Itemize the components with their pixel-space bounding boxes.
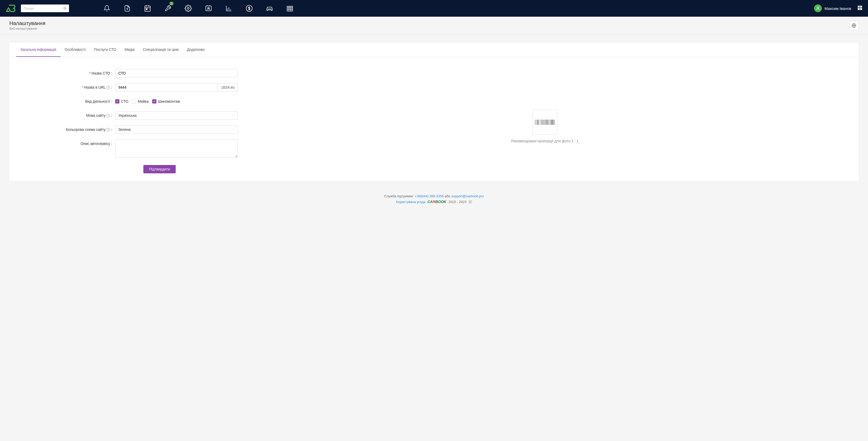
checkbox-label: Мийка [137,99,149,103]
svg-point-9 [187,7,189,9]
checkbox-label: Шиномонтаж [158,99,180,103]
row-name: *Назва СТО : [16,69,238,77]
search-button[interactable] [62,5,68,12]
checkbox-tire[interactable]: Шиномонтаж [152,99,180,103]
form-right: Рекомендовані пропорції для фото 2 : 1 [238,69,852,173]
row-activity: Вид діяльності : СТО Мийка [16,97,238,105]
row-scheme: Кольорова схема сайту? : Зелена [16,125,238,134]
bell-icon[interactable] [103,4,111,12]
registered-icon: R [469,200,472,203]
table-icon[interactable] [286,4,294,12]
support-label: Служба підтримки: [384,194,415,198]
label-activity: Вид діяльності : [16,97,115,105]
row-url: *Назва в URL? : .cb24.eu [16,83,238,92]
globe-button[interactable] [849,21,859,30]
tab-media[interactable]: Медіа [120,43,139,57]
tabs: Загальна інформація Особливості Послуги … [9,43,859,57]
car-icon[interactable] [266,4,273,12]
input-url[interactable] [115,83,217,92]
label-url: *Назва в URL? : [16,83,115,92]
gear-icon[interactable] [184,4,192,12]
checkbox-box-icon [132,99,136,103]
search-wrap [21,4,69,12]
select-lang[interactable]: Українська [115,111,238,120]
wrench-icon[interactable]: 2 [164,4,172,12]
label-scheme: Кольорова схема сайту? : [16,125,115,134]
carbook-logo: CAЯBOOK [428,200,446,204]
dollar-icon[interactable] [245,4,253,12]
top-bar: 2 Максим Іванов [0,0,868,17]
user-name: Максим Іванов [825,6,851,11]
avatar [814,4,822,12]
svg-rect-29 [860,6,862,7]
label-name: *Назва СТО : [16,69,115,77]
select-scheme[interactable]: Зелена [115,125,238,134]
chevron-down-icon [232,114,235,118]
svg-rect-10 [206,6,211,11]
page-header: Налаштування Веб-налаштування [0,17,868,34]
tab-features[interactable]: Особливості [60,43,90,57]
form-left: *Назва СТО : *Назва в URL? : .cb24.eu [16,69,238,173]
tab-general[interactable]: Загальна інформація [16,43,60,57]
agreement-link[interactable]: Користувача угода [396,200,425,204]
settings-card: Загальна інформація Особливості Послуги … [9,43,859,181]
label-lang: Мова сайту? : [16,111,115,120]
footer-years: 2015 - 2023 [448,200,466,204]
page-subtitle: Веб-налаштування [9,27,45,31]
svg-rect-8 [146,9,147,10]
label-descr: Опис автосервісу : [16,139,115,148]
help-icon[interactable]: ? [106,86,110,89]
page-title: Налаштування [9,20,45,26]
svg-point-27 [817,7,819,8]
svg-rect-28 [858,6,860,7]
or-text: або [444,194,451,198]
help-icon[interactable]: ? [106,128,110,132]
svg-rect-22 [287,6,293,11]
logo[interactable] [5,3,16,13]
file-plus-icon[interactable] [123,4,131,12]
photo-preview [535,120,555,125]
tab-services[interactable]: Послуги СТО [90,43,120,57]
row-lang: Мова сайту? : Українська [16,111,238,120]
checkbox-sto[interactable]: СТО [115,99,128,103]
svg-point-0 [64,7,66,9]
support-phone[interactable]: +38(044) 389-3355 [415,194,444,198]
nav-icons: 2 [103,4,294,12]
wrench-badge: 2 [170,2,173,5]
user-area[interactable]: Максим Іванов [814,4,863,12]
checkbox-label: СТО [121,99,128,103]
textarea-descr[interactable] [115,139,238,158]
apps-icon[interactable] [857,5,863,12]
form-area: *Назва СТО : *Назва в URL? : .cb24.eu [9,57,859,181]
checkbox-box-icon [115,99,119,103]
chevron-down-icon [232,127,235,132]
submit-row: Підтвердити [16,165,238,173]
input-name[interactable] [115,69,238,77]
select-value: Українська [118,114,136,118]
photo-upload[interactable] [532,110,557,135]
tab-additional[interactable]: Додатково [183,43,209,57]
help-icon[interactable]: ? [106,114,110,118]
row-descr: Опис автосервісу : [16,139,238,159]
svg-line-1 [66,9,66,10]
url-suffix: .cb24.eu [217,83,238,92]
svg-rect-30 [858,8,860,10]
content-area: Загальна інформація Особливості Послуги … [0,34,868,189]
checkbox-box-icon [152,99,156,103]
support-email[interactable]: support@carbook.pro [451,194,484,198]
checkbox-wash[interactable]: Мийка [132,99,149,103]
select-value: Зелена [118,127,131,132]
svg-point-11 [208,7,209,9]
svg-rect-4 [145,6,150,11]
chart-icon[interactable] [225,4,233,12]
submit-button[interactable]: Підтвердити [143,165,176,173]
footer: Служба підтримки: +38(044) 389-3355 або … [0,189,868,207]
svg-rect-31 [860,8,862,10]
calendar-icon[interactable] [144,4,151,12]
badge-icon[interactable] [205,4,212,12]
tab-specialization[interactable]: Спеціалізація та ціни [139,43,183,57]
photo-hint: Рекомендовані пропорції для фото 2 : 1 [511,139,579,143]
